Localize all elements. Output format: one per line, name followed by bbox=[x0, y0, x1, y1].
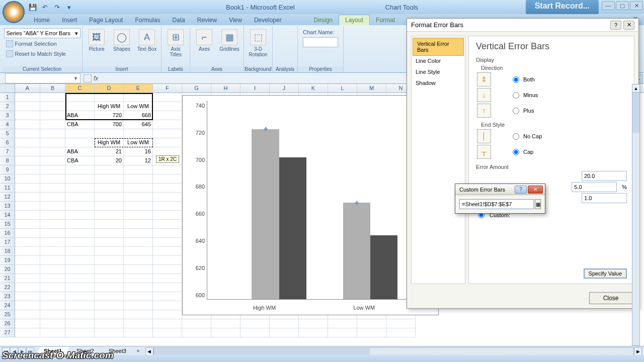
cell[interactable] bbox=[40, 310, 65, 319]
cell[interactable] bbox=[95, 202, 124, 211]
cell[interactable] bbox=[15, 111, 40, 120]
tab-layout[interactable]: Layout bbox=[339, 15, 370, 25]
shapes-button[interactable]: ◯Shapes bbox=[111, 29, 133, 52]
col-header-c[interactable]: C bbox=[65, 84, 95, 93]
col-header-f[interactable]: F bbox=[153, 84, 182, 93]
cell[interactable] bbox=[124, 292, 153, 301]
cell[interactable] bbox=[15, 102, 40, 111]
row-header[interactable]: 8 bbox=[0, 156, 15, 165]
tab-review[interactable]: Review bbox=[191, 15, 223, 25]
cell[interactable] bbox=[95, 93, 124, 102]
cell[interactable] bbox=[15, 211, 40, 220]
cell[interactable] bbox=[153, 102, 182, 111]
cell[interactable] bbox=[95, 184, 124, 193]
cell[interactable] bbox=[40, 138, 65, 147]
cell[interactable] bbox=[65, 319, 95, 328]
cell[interactable] bbox=[182, 319, 211, 328]
cell[interactable] bbox=[65, 328, 95, 337]
select-all-corner[interactable] bbox=[0, 84, 15, 93]
cell[interactable]: High WM bbox=[95, 138, 124, 147]
cell[interactable]: 21 bbox=[95, 147, 124, 156]
cell[interactable] bbox=[182, 328, 211, 337]
vscroll-thumb[interactable] bbox=[632, 93, 639, 133]
row-header[interactable]: 20 bbox=[0, 265, 15, 274]
chart-element-dropdown[interactable]: Series "ABA" Y Error Bars▾ bbox=[4, 28, 80, 38]
row-header[interactable]: 9 bbox=[0, 165, 15, 174]
embedded-chart[interactable]: 740 720 700 680 660 640 620 600 ✥ ✥ High… bbox=[182, 95, 439, 315]
cell[interactable] bbox=[40, 265, 65, 274]
cell[interactable] bbox=[65, 274, 95, 283]
hscroll-left-button[interactable]: ◀ bbox=[145, 347, 153, 355]
cell[interactable] bbox=[15, 319, 40, 328]
row-header[interactable]: 24 bbox=[0, 301, 15, 310]
tab-insert[interactable]: Insert bbox=[56, 15, 83, 25]
cell[interactable] bbox=[95, 274, 124, 283]
close-dialog-button[interactable]: Close bbox=[589, 292, 632, 304]
row-header[interactable]: 26 bbox=[0, 319, 15, 328]
cell[interactable] bbox=[65, 102, 95, 111]
cell[interactable] bbox=[95, 193, 124, 202]
tab-view[interactable]: View bbox=[223, 15, 248, 25]
reset-to-match-style-button[interactable]: Reset to Match Style bbox=[4, 49, 80, 58]
row-header[interactable]: 14 bbox=[0, 211, 15, 220]
cell[interactable] bbox=[40, 165, 65, 174]
tab-data[interactable]: Data bbox=[166, 15, 191, 25]
cell[interactable] bbox=[95, 310, 124, 319]
dialog-close-button[interactable]: ✕ bbox=[623, 21, 634, 30]
cell[interactable] bbox=[15, 138, 40, 147]
range-picker-button[interactable]: ▦ bbox=[535, 199, 541, 209]
row-header[interactable]: 5 bbox=[0, 129, 15, 138]
tab-home[interactable]: Home bbox=[28, 15, 56, 25]
cell[interactable] bbox=[153, 229, 182, 238]
insert-sheet-button[interactable]: ✦ bbox=[133, 348, 143, 354]
cell[interactable] bbox=[299, 328, 328, 337]
cell[interactable] bbox=[124, 238, 153, 247]
cell[interactable] bbox=[153, 93, 182, 102]
cell[interactable] bbox=[124, 229, 153, 238]
col-header-m[interactable]: M bbox=[357, 84, 386, 93]
format-error-bars-dialog[interactable]: Format Error Bars ? ✕ Vertical Error Bar… bbox=[407, 18, 639, 309]
row-header[interactable]: 1 bbox=[0, 93, 15, 102]
cell[interactable] bbox=[15, 120, 40, 129]
minimize-button[interactable]: — bbox=[602, 1, 615, 10]
cell[interactable] bbox=[40, 229, 65, 238]
qat-customize-icon[interactable]: ▾ bbox=[64, 2, 74, 12]
cell[interactable] bbox=[124, 283, 153, 292]
cell[interactable] bbox=[95, 247, 124, 256]
col-header-j[interactable]: J bbox=[270, 84, 299, 93]
row-header[interactable]: 23 bbox=[0, 292, 15, 301]
gridlines-button[interactable]: ▦Gridlines bbox=[218, 29, 240, 52]
range-formula-input[interactable] bbox=[459, 199, 534, 209]
cell[interactable] bbox=[15, 310, 40, 319]
bar-cba-highwm[interactable] bbox=[279, 157, 306, 299]
cell[interactable] bbox=[65, 211, 95, 220]
cell[interactable] bbox=[15, 93, 40, 102]
cell[interactable] bbox=[124, 193, 153, 202]
tab-formulas[interactable]: Formulas bbox=[129, 15, 166, 25]
cell[interactable] bbox=[124, 220, 153, 229]
col-header-i[interactable]: I bbox=[240, 84, 270, 93]
cell[interactable] bbox=[153, 301, 182, 310]
vertical-scrollbar[interactable]: ▲ bbox=[632, 84, 640, 346]
cell[interactable]: Low WM bbox=[124, 102, 153, 111]
redo-icon[interactable]: ↷ bbox=[52, 2, 62, 12]
direction-plus-radio[interactable] bbox=[513, 108, 519, 114]
cell[interactable] bbox=[124, 274, 153, 283]
cell[interactable] bbox=[357, 319, 386, 328]
hscroll-right-button[interactable]: ▶ bbox=[634, 347, 642, 355]
cell[interactable] bbox=[153, 184, 182, 193]
row-header[interactable]: 17 bbox=[0, 238, 15, 247]
cell[interactable] bbox=[95, 292, 124, 301]
cell[interactable] bbox=[124, 328, 153, 337]
cell[interactable]: 12 bbox=[124, 156, 153, 165]
row-header[interactable]: 15 bbox=[0, 220, 15, 229]
row-header[interactable]: 7 bbox=[0, 147, 15, 156]
name-box[interactable]: ▼ bbox=[5, 73, 80, 83]
row-header[interactable]: 6 bbox=[0, 138, 15, 147]
row-header[interactable]: 13 bbox=[0, 202, 15, 211]
custom-error-bars-dialog[interactable]: Custom Error Bars ? ✕ ▦ bbox=[455, 184, 545, 214]
cell[interactable] bbox=[95, 238, 124, 247]
row-header[interactable]: 22 bbox=[0, 283, 15, 292]
cell[interactable] bbox=[124, 310, 153, 319]
cell[interactable] bbox=[40, 328, 65, 337]
